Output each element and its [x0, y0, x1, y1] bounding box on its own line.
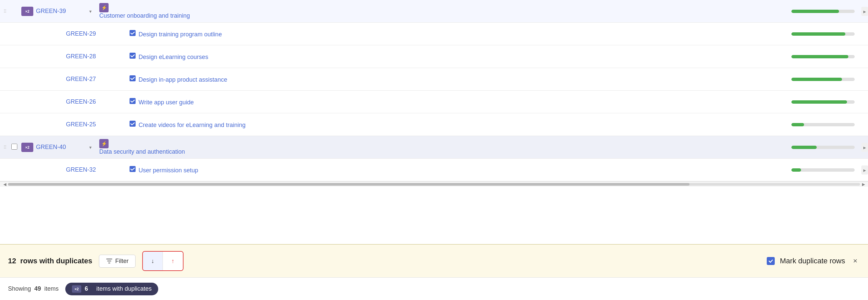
progress-bar-container	[792, 10, 865, 13]
progress-bar-background	[792, 146, 855, 149]
issue-id[interactable]: GREEN-27	[66, 76, 119, 83]
expand-arrow[interactable]: ▾	[89, 145, 99, 150]
issue-id[interactable]: GREEN-25	[66, 121, 119, 128]
issue-title-link[interactable]: Create videos for eLearning and training	[138, 122, 246, 128]
issue-id[interactable]: GREEN-32	[66, 166, 119, 173]
showing-items-text: Showing 49 items	[8, 285, 59, 292]
issue-title-wrapper: Write app user guide	[129, 98, 792, 106]
mark-duplicate-checkbox[interactable]	[767, 257, 775, 265]
checkbox-check-icon	[768, 258, 773, 264]
rows-label: rows with duplicates	[20, 257, 92, 265]
progress-bar-background	[792, 78, 855, 81]
progress-bar-container	[792, 32, 865, 36]
issue-title-link[interactable]: Design training program outline	[138, 31, 222, 38]
progress-bar-container	[792, 55, 865, 58]
progress-bar-fill	[792, 168, 801, 172]
progress-bar-container	[792, 168, 865, 172]
table-row: GREEN-27Design in-app product assistance	[0, 68, 868, 91]
duplicate-badge-placeholder	[51, 29, 63, 39]
issue-id[interactable]: GREEN-40	[36, 144, 89, 151]
scroll-left-btn[interactable]: ◀	[1, 182, 8, 187]
items-count: 49	[34, 285, 41, 292]
drag-handle[interactable]: ⠿	[3, 145, 10, 150]
issue-title-wrapper: Design training program outline	[129, 30, 792, 38]
issue-id[interactable]: GREEN-29	[66, 30, 119, 37]
issue-title-link[interactable]: Data security and authentication	[99, 148, 185, 155]
progress-bar-fill	[792, 32, 845, 36]
progress-bar-fill	[792, 100, 847, 104]
issue-title-wrapper: Design eLearning courses	[129, 52, 792, 61]
progress-bar-background	[792, 168, 855, 172]
duplicate-badge-placeholder	[51, 120, 63, 129]
progress-bar-background	[792, 55, 855, 58]
task-type-icon	[129, 75, 136, 82]
task-type-icon	[129, 98, 136, 104]
duplicate-badge-placeholder	[51, 75, 63, 84]
table-row: GREEN-28Design eLearning courses	[0, 45, 868, 68]
progress-bar-fill	[792, 78, 842, 81]
table-row: GREEN-29Design training program outline	[0, 23, 868, 45]
progress-bar-container	[792, 78, 865, 81]
issue-title-link[interactable]: Write app user guide	[138, 99, 194, 106]
row-checkbox-container	[11, 144, 21, 151]
duplicates-badge[interactable]: ×2 6 items with duplicates	[65, 283, 158, 295]
progress-bar-fill	[792, 146, 817, 149]
progress-bar-container	[792, 100, 865, 104]
progress-bar-container	[792, 146, 865, 149]
scroll-right-btn[interactable]: ▶	[860, 182, 867, 187]
navigation-buttons: ↓ ↑	[142, 251, 184, 271]
issue-title-link[interactable]: Design in-app product assistance	[138, 76, 227, 83]
row-select-checkbox[interactable]	[11, 144, 17, 150]
issue-title-link[interactable]: Design eLearning courses	[138, 54, 208, 60]
filter-icon	[106, 258, 113, 264]
table-row: ⠿×2GREEN-40▾⚡Data security and authentic…	[0, 136, 868, 159]
duplicate-badge: ×2	[21, 143, 33, 152]
progress-bar-fill	[792, 10, 839, 13]
down-arrow-icon: ↓	[151, 258, 154, 265]
mark-duplicate-label: Mark duplicate rows	[780, 257, 845, 265]
issue-id[interactable]: GREEN-26	[66, 98, 119, 105]
progress-bar-background	[792, 100, 855, 104]
duplicate-badge-placeholder	[51, 165, 63, 175]
nav-down-button[interactable]: ↓	[143, 252, 163, 270]
duplicate-badge-placeholder	[51, 97, 63, 107]
issue-title-wrapper: ⚡Data security and authentication	[99, 139, 792, 155]
table-row: GREEN-25Create videos for eLearning and …	[0, 113, 868, 136]
scrollbar-thumb[interactable]	[8, 183, 689, 186]
table-row: GREEN-26Write app user guide	[0, 91, 868, 113]
scrollbar-track[interactable]	[8, 183, 860, 186]
epic-type-icon: ⚡	[99, 3, 108, 12]
issue-title-wrapper: Design in-app product assistance	[129, 75, 792, 83]
nav-up-button[interactable]: ↑	[163, 252, 183, 270]
table-row: GREEN-32User permission setup▸	[0, 159, 868, 181]
progress-bar-background	[792, 10, 855, 13]
duplicate-badge-icon: ×2	[72, 285, 81, 293]
close-button[interactable]: ×	[850, 255, 860, 267]
issue-id[interactable]: GREEN-28	[66, 53, 119, 60]
showing-text: Showing	[8, 285, 31, 292]
duplicate-badge-placeholder	[51, 52, 63, 61]
scroll-right-arrow[interactable]: ▸	[861, 143, 868, 152]
expand-arrow[interactable]: ▾	[89, 9, 99, 14]
horizontal-scrollbar[interactable]: ◀ ▶	[0, 181, 868, 187]
progress-bar-fill	[792, 123, 804, 126]
scroll-right-arrow[interactable]: ▸	[861, 165, 868, 174]
bottom-bar-left: 12 rows with duplicates Filter ↓ ↑	[8, 251, 184, 271]
epic-type-icon: ⚡	[99, 139, 108, 148]
duplicates-count: 6	[85, 285, 88, 292]
task-type-icon	[129, 166, 136, 172]
task-type-icon	[129, 30, 136, 36]
table-container: ⠿×2GREEN-39▾⚡Customer onboarding and tra…	[0, 0, 868, 244]
issue-title-link[interactable]: Customer onboarding and training	[99, 12, 190, 19]
issue-title-wrapper: User permission setup	[129, 166, 792, 174]
rows-with-duplicates-text: 12 rows with duplicates	[8, 257, 92, 265]
drag-handle[interactable]: ⠿	[3, 9, 10, 14]
scroll-right-arrow[interactable]: ▸	[861, 7, 868, 16]
issue-title-link[interactable]: User permission setup	[138, 167, 198, 174]
bottom-bar-right: Mark duplicate rows ×	[767, 255, 860, 267]
issue-id[interactable]: GREEN-39	[36, 8, 89, 15]
filter-button[interactable]: Filter	[99, 255, 135, 268]
duplicate-badge: ×2	[21, 7, 33, 16]
duplicates-label: items with duplicates	[96, 285, 152, 292]
items-label: items	[44, 285, 59, 292]
